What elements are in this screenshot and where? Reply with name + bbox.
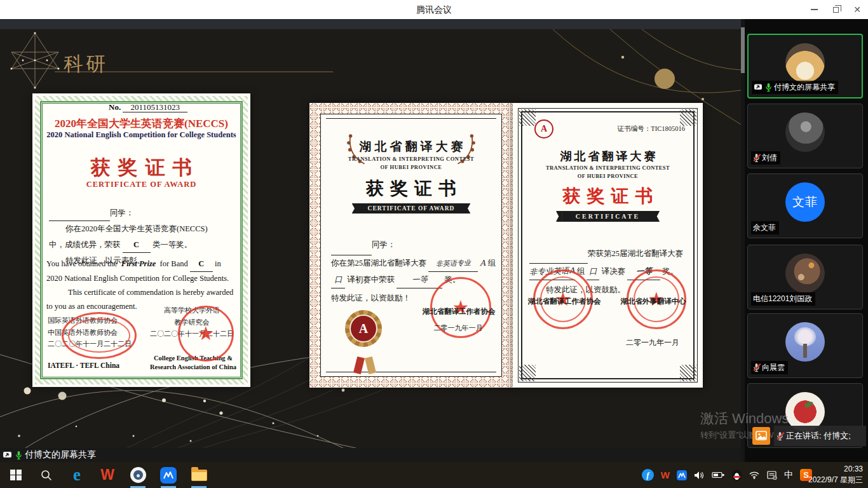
cert-title-en: 2020 National English Competition for Co… [32,130,250,140]
participant-name: 佘文菲 [753,222,776,233]
scrollbar-thumb[interactable] [741,27,745,73]
taskbar-edge-button[interactable]: e [62,462,92,488]
cert-award-heading: 获奖证书 [513,184,703,208]
cert-number-row: 证书编号：TIC1805016 [618,125,685,133]
seal-date-text: 二零一九年一月 [421,323,495,333]
edge-icon: e [73,465,81,485]
certificate-hubei-final: A 证书编号：TIC1805016 湖北省翻译大赛 TRANSLATION & … [513,103,703,388]
wps-icon: W [100,466,114,484]
cert-title-en: TRANSLATION & INTERPRETING CONTEST OF HU… [513,164,703,180]
battery-icon[interactable] [712,471,725,479]
taskbar-tencent-meeting-button[interactable] [154,462,183,488]
university-logo-icon [130,467,146,483]
system-tray: f W 中 S [642,462,812,488]
taskbar-file-explorer-button[interactable] [184,462,214,488]
close-icon: ✕ [853,5,861,14]
red-seal-star-icon: ★ [178,306,234,362]
slide-section-title: 科研 [64,51,108,78]
corner-ornament [519,109,536,126]
tray-tencent-meeting-icon[interactable] [677,470,687,480]
minimize-button[interactable] [803,0,825,19]
share-bar-label: 付博文的屏幕共享 [25,449,96,461]
participant-tile-fubowen-share[interactable]: 付博文的屏幕共享 [747,34,863,98]
seal-org-right-text: 湖北省外事翻译中心 [604,297,703,306]
cert-title-cn: 湖北省翻译大赛 [309,139,513,155]
band-value: C [123,237,151,253]
cert-title-cn: 2020年全国大学生英语竞赛(NECCS) [32,116,250,131]
award-handwritten: 一等 [411,272,428,288]
mic-muted-icon [776,431,783,441]
taskbar-university-app-button[interactable] [123,462,153,488]
taskbar-wps-button[interactable]: W [93,462,122,488]
participant-tile-liuqian[interactable]: 刘倩 [747,104,863,168]
cert-banner: CERTIFICATE [562,211,654,222]
tencent-meeting-icon [160,467,177,484]
medal-rosette-icon: A [345,310,382,347]
mic-on-icon [765,83,772,92]
cert-award-heading: 获奖证书 [32,154,250,181]
close-button[interactable]: ✕ [846,0,868,19]
restore-button[interactable] [825,0,846,19]
cert-title-en: TRANSLATION & INTERPRETING CONTEST OF HU… [309,155,513,172]
participant-label: 向晨雲 [751,361,788,374]
qq-penguin-icon[interactable] [732,470,742,480]
wifi-icon[interactable] [749,471,760,479]
taskbar-clock[interactable]: 20:33 2022/9/7 星期三 [808,464,863,485]
mic-muted-icon [753,363,760,372]
windows-taskbar: e W f W [0,462,868,488]
participants-sidebar: 付博文的屏幕共享 刘倩 文菲 佘文菲 电信12201刘国政 [741,19,868,462]
avatar-photo [785,112,825,152]
clock-time: 20:33 [808,464,863,475]
participant-label: 刘倩 [751,151,780,165]
window-controls: ✕ [803,0,868,19]
group-handwritten: A [480,255,486,271]
prize-value: First Prize [121,259,156,268]
file-explorer-icon [191,470,207,481]
contest-emblem-icon: A [534,119,553,139]
avatar-photo [785,322,825,362]
participant-name: 付博文的屏幕共享 [774,82,835,93]
cert-award-heading: 获奖证书 [309,177,513,201]
clock-date: 2022/9/7 星期三 [808,475,863,485]
participant-label: 付博文的屏幕共享 [752,81,838,94]
avatar-initials: 文菲 [785,182,825,222]
search-button[interactable] [32,462,61,488]
start-button[interactable] [1,462,31,488]
cert-banner: CERTIFICATE OF AWARD [358,203,465,214]
corner-ornament [519,365,536,381]
speaking-toast: 正在讲话: 付博文; [774,426,866,446]
input-method-indicator[interactable]: 中 [784,470,793,481]
avatar-dog [785,43,825,83]
participant-tile-xiangchenyun[interactable]: 向晨雲 [747,313,863,378]
volume-icon[interactable] [694,471,705,480]
org-left-en: IATEFL · TEFL China [48,362,119,369]
windows-logo-icon [10,470,22,481]
tray-wps-icon[interactable]: W [661,470,670,480]
shared-screen-slide: 科研 No. 201105131023 2020年全国大学生英语竞赛(NECCS… [0,29,741,448]
cert-award-heading-en: CERTIFICATE OF AWARD [32,180,250,189]
cert-number-row: No. 201105131023 [109,102,187,112]
seal-date-text: 二零一九年一月 [611,337,694,348]
participant-name: 电信12201刘国政 [753,294,812,304]
corner-ornament [680,365,696,381]
mode-handwritten: 口 [589,264,597,279]
share-paused-icon [752,427,770,445]
action-center-icon[interactable] [767,471,777,480]
screen-share-icon [754,83,763,92]
corner-ornament [680,109,696,126]
participant-tile-shewenfei[interactable]: 文菲 佘文菲 [747,173,863,238]
cert-title-cn: 湖北省翻译大赛 [513,149,703,164]
sidebar-scrollbar[interactable] [741,19,745,462]
screen: 腾讯会议 ✕ [0,0,868,488]
meeting-top-strip [0,19,741,29]
speaking-toast-text: 正在讲话: 付博文; [786,430,851,442]
seal-org-left-text: 湖北省翻译工作者协会 [517,297,612,306]
tray-flash-icon[interactable]: f [642,469,654,481]
certificate-hubei-preliminary: 湖北省翻译大赛 TRANSLATION & INTERPRETING CONTE… [309,103,513,388]
window-title: 腾讯会议 [0,0,868,19]
avatar-photo [785,254,825,293]
certificate-neccs: No. 201105131023 2020年全国大学生英语竞赛(NECCS) 2… [32,93,250,387]
red-seal-oval-icon [62,312,137,359]
participant-tile-liuguozheng[interactable]: 电信12201刘国政 [747,245,863,309]
restore-icon [833,7,839,13]
